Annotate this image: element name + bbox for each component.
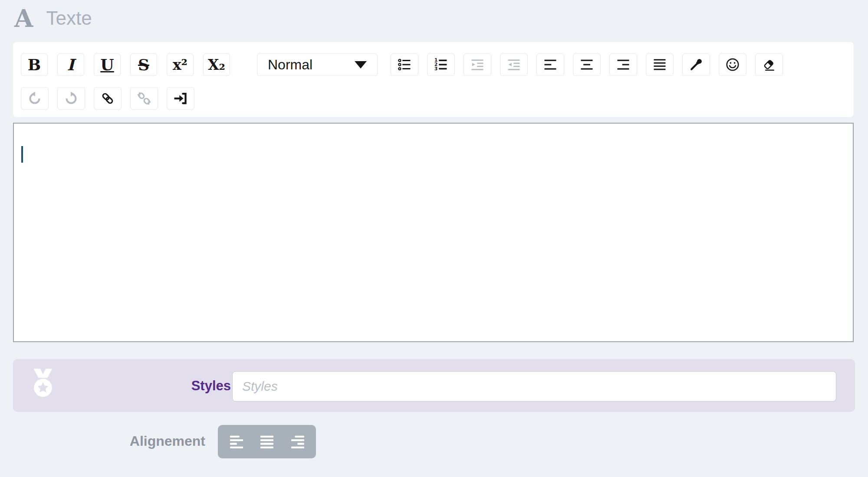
font-color-button[interactable] (682, 53, 710, 76)
alignment-option-left[interactable] (224, 428, 249, 456)
alignment-button-group (218, 425, 316, 458)
rich-text-editor[interactable] (13, 123, 854, 342)
ordered-list-icon: 1 2 3 (433, 57, 449, 72)
outdent-icon (506, 57, 522, 72)
align-right-icon (615, 57, 631, 72)
alignment-option-right[interactable] (286, 428, 310, 456)
undo-icon (27, 91, 43, 106)
paragraph-style-value: Normal (268, 57, 312, 73)
underline-button[interactable]: U (94, 53, 121, 76)
strikethrough-button[interactable]: S (130, 53, 157, 76)
align-left-button[interactable] (536, 53, 564, 76)
insert-arrow-icon (173, 91, 188, 106)
toolbar-row-1: B I U S x² X₂ Normal (21, 53, 792, 76)
add-link-button[interactable] (94, 87, 122, 110)
unlink-icon (136, 91, 152, 106)
styles-label: Styles (143, 378, 231, 394)
styles-input[interactable] (232, 371, 836, 402)
emoji-button[interactable] (719, 53, 746, 76)
caret-down-icon (355, 61, 367, 69)
medal-icon (29, 369, 57, 400)
redo-button[interactable] (57, 87, 85, 110)
eraser-icon (761, 57, 777, 72)
superscript-button[interactable]: x² (167, 53, 194, 76)
italic-button[interactable]: I (57, 53, 84, 76)
justify-icon (652, 57, 667, 72)
outdent-button[interactable] (500, 53, 528, 76)
bold-button[interactable]: B (21, 53, 48, 76)
unordered-list-button[interactable] (391, 53, 418, 76)
alignment-option-center[interactable] (255, 428, 279, 456)
align-left-white-icon (228, 433, 245, 451)
alignment-label: Alignement (75, 433, 205, 449)
field-header: A Texte (14, 6, 92, 30)
link-icon (100, 91, 115, 106)
paragraph-style-select[interactable]: Normal (257, 53, 378, 76)
undo-button[interactable] (21, 87, 49, 110)
eyedropper-icon (688, 57, 704, 72)
redo-icon (63, 91, 79, 106)
remove-link-button[interactable] (130, 87, 158, 110)
align-right-button[interactable] (609, 53, 637, 76)
justify-button[interactable] (646, 53, 674, 76)
indent-icon (470, 57, 485, 72)
indent-button[interactable] (464, 53, 491, 76)
toolbar-row-2 (21, 87, 203, 110)
formatting-toolbar: B I U S x² X₂ Normal (13, 42, 854, 117)
subscript-button[interactable]: X₂ (203, 53, 230, 76)
align-left-icon (542, 57, 558, 72)
styles-panel: Styles (13, 359, 855, 412)
align-right-white-icon (289, 433, 306, 451)
text-widget-editor: A Texte B I U S x² X₂ Normal (0, 0, 868, 477)
text-cursor (21, 146, 23, 163)
text-field-icon: A (14, 6, 33, 30)
align-center-white-icon (258, 433, 276, 451)
insert-button[interactable] (167, 87, 194, 110)
unordered-list-icon (397, 57, 412, 72)
align-center-icon (579, 57, 595, 72)
remove-format-button[interactable] (755, 53, 783, 76)
align-center-button[interactable] (573, 53, 601, 76)
svg-text:3: 3 (434, 66, 437, 71)
ordered-list-button[interactable]: 1 2 3 (427, 53, 455, 76)
field-title: Texte (46, 7, 92, 29)
smiley-icon (725, 57, 740, 72)
